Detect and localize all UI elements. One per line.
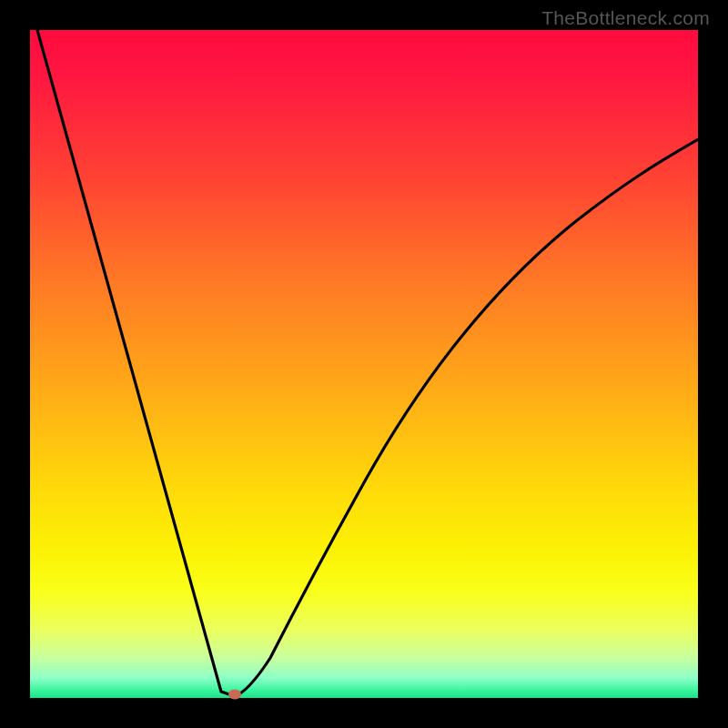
bottleneck-curve (30, 30, 698, 698)
curve-path (37, 30, 698, 696)
watermark-text: TheBottleneck.com (541, 7, 710, 29)
minimum-marker-icon (228, 690, 241, 700)
plot-gradient-area (30, 30, 698, 698)
chart-frame: TheBottleneck.com (0, 0, 728, 728)
